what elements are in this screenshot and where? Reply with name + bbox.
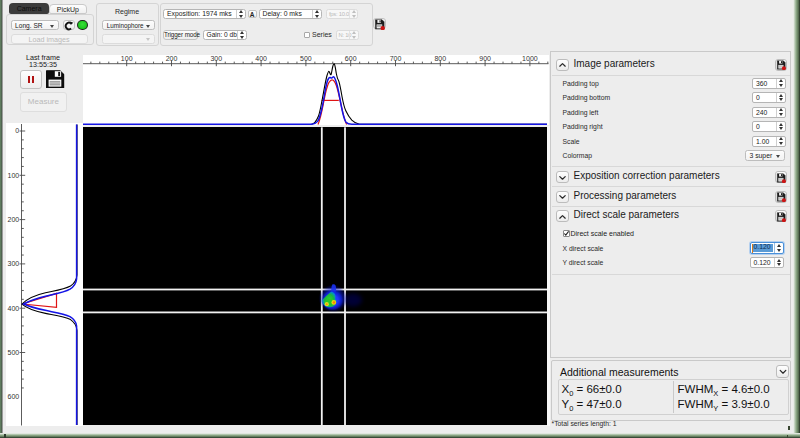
svg-text:600: 600 <box>345 55 357 62</box>
svg-text:400: 400 <box>8 305 20 312</box>
svg-text:600: 600 <box>8 393 20 400</box>
svg-text:400: 400 <box>255 55 267 62</box>
svg-text:500: 500 <box>8 349 20 356</box>
svg-text:800: 800 <box>434 55 446 62</box>
svg-text:300: 300 <box>8 260 20 267</box>
svg-text:100: 100 <box>121 55 133 62</box>
svg-text:200: 200 <box>8 216 20 223</box>
svg-text:500: 500 <box>300 55 312 62</box>
svg-text:200: 200 <box>166 55 178 62</box>
svg-text:700: 700 <box>390 55 402 62</box>
svg-text:1000: 1000 <box>522 55 538 62</box>
svg-text:100: 100 <box>8 172 20 179</box>
svg-text:900: 900 <box>479 55 491 62</box>
svg-text:0: 0 <box>15 127 19 134</box>
svg-text:300: 300 <box>210 55 222 62</box>
